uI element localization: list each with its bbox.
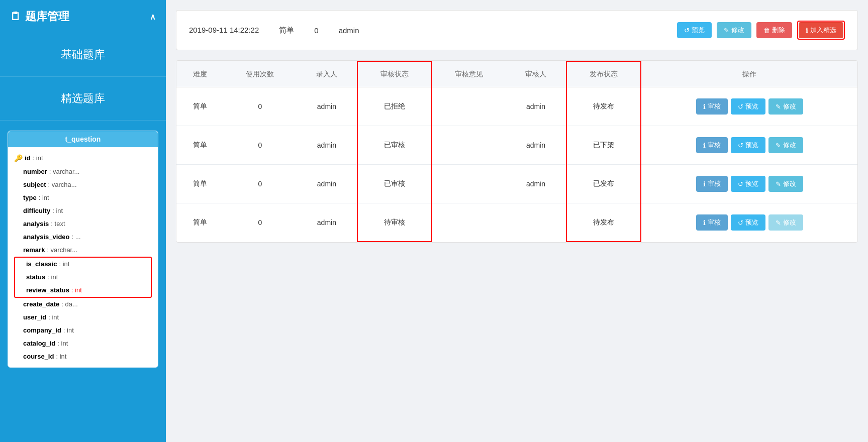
row2-preview-button[interactable]: ↺ 预览 xyxy=(731,137,765,153)
sidebar-basic-label: 基础题库 xyxy=(61,48,105,61)
sidebar-selected-label: 精选题库 xyxy=(61,92,105,104)
main-content: 2019-09-11 14:22:22 简单 0 admin ↺ 预览 ✎ 修改… xyxy=(166,0,868,442)
data-table: 难度 使用次数 录入人 审核状态 审核意见 审核人 发布状态 操作 简单 0 a… xyxy=(176,61,857,242)
row4-actions-group: ℹ 审核 ↺ 预览 ✎ 修改 xyxy=(647,214,851,231)
row2-review-comment xyxy=(432,126,506,165)
db-field-course-id: course_id : int xyxy=(14,350,152,363)
row3-actions: ℹ 审核 ↺ 预览 ✎ 修改 xyxy=(641,165,857,203)
col-user: 录入人 xyxy=(297,61,357,87)
row1-modify-button[interactable]: ✎ 修改 xyxy=(768,98,803,115)
add-select-wrapper: ℹ 加入精选 xyxy=(797,21,845,40)
row4-modify-button[interactable]: ✎ 修改 xyxy=(768,214,803,231)
row3-preview-button[interactable]: ↺ 预览 xyxy=(731,176,765,192)
row1-review-status: 已拒绝 xyxy=(357,87,432,126)
row4-count: 0 xyxy=(224,203,297,242)
col-publish-status: 发布状态 xyxy=(566,61,641,87)
db-field-difficulty: difficulty : int xyxy=(14,204,152,217)
table-row: 简单 0 admin 待审核 待发布 ℹ 审核 xyxy=(176,203,857,242)
row2-reviewer: admin xyxy=(506,126,566,165)
db-field-analysis-video: analysis_video : ... xyxy=(14,231,152,244)
row4-review-comment xyxy=(432,203,506,242)
row3-user: admin xyxy=(297,165,357,203)
top-card-count: 0 xyxy=(314,26,318,35)
top-add-select-button[interactable]: ℹ 加入精选 xyxy=(799,22,843,38)
top-card-date: 2019-09-11 14:22:22 xyxy=(189,25,259,36)
row4-actions: ℹ 审核 ↺ 预览 ✎ 修改 xyxy=(641,203,857,242)
db-field-remark: remark : varchar... xyxy=(14,244,152,257)
top-preview-label: 预览 xyxy=(692,26,705,35)
top-modify-button[interactable]: ✎ 修改 xyxy=(717,22,751,38)
db-field-type: type : int xyxy=(14,191,152,204)
row4-audit-button[interactable]: ℹ 审核 xyxy=(696,214,728,231)
top-add-label: 加入精选 xyxy=(810,26,836,35)
refresh-icon: ↺ xyxy=(738,142,743,149)
db-field-number: number : varchar... xyxy=(14,165,152,178)
db-field-user-id: user_id : int xyxy=(14,311,152,324)
edit-icon: ✎ xyxy=(776,180,781,188)
row1-user: admin xyxy=(297,87,357,126)
top-card-difficulty: 简单 xyxy=(279,26,294,35)
db-fields: 🔑 id : int number : varchar... subject :… xyxy=(8,147,158,367)
db-field-status: status : int xyxy=(17,271,149,284)
row1-count: 0 xyxy=(224,87,297,126)
top-card-actions: ↺ 预览 ✎ 修改 🗑 删除 ℹ 加入精选 xyxy=(677,21,845,40)
sidebar-header: 🗒 题库管理 ∧ xyxy=(0,0,166,33)
sidebar-edit-icon: 🗒 xyxy=(10,10,21,23)
row3-publish-status: 已发布 xyxy=(566,165,641,203)
row3-review-comment xyxy=(432,165,506,203)
info-icon: ℹ xyxy=(703,142,706,149)
row1-reviewer: admin xyxy=(506,87,566,126)
db-field-id: 🔑 id : int xyxy=(14,151,152,165)
edit-icon: ✎ xyxy=(776,103,781,111)
row2-count: 0 xyxy=(224,126,297,165)
sidebar-chevron-icon: ∧ xyxy=(150,12,156,22)
row3-count: 0 xyxy=(224,165,297,203)
edit-icon: ✎ xyxy=(776,142,781,149)
top-modify-label: 修改 xyxy=(731,26,744,35)
row3-difficulty: 简单 xyxy=(176,165,224,203)
sidebar: 🗒 题库管理 ∧ 基础题库 精选题库 t_question 🔑 id : int… xyxy=(0,0,166,442)
row3-reviewer: admin xyxy=(506,165,566,203)
sidebar-title: 题库管理 xyxy=(25,9,150,24)
row3-review-status: 已审核 xyxy=(357,165,432,203)
col-review-status: 审核状态 xyxy=(357,61,432,87)
row1-actions: ℹ 审核 ↺ 预览 ✎ 修改 xyxy=(641,87,857,126)
edit-icon: ✎ xyxy=(776,219,781,227)
db-field-is-classic: is_classic : int xyxy=(17,258,149,271)
info-icon: ℹ xyxy=(703,219,706,227)
row4-difficulty: 简单 xyxy=(176,203,224,242)
top-delete-label: 删除 xyxy=(772,26,785,35)
row3-audit-button[interactable]: ℹ 审核 xyxy=(696,176,728,192)
row4-preview-button[interactable]: ↺ 预览 xyxy=(731,214,765,231)
table-row: 简单 0 admin 已拒绝 admin 待发布 ℹ 审核 xyxy=(176,87,857,126)
table-row: 简单 0 admin 已审核 admin 已下架 ℹ 审核 xyxy=(176,126,857,165)
row1-difficulty: 简单 xyxy=(176,87,224,126)
info-icon: ℹ xyxy=(703,180,706,188)
row4-review-status: 待审核 xyxy=(357,203,432,242)
row1-preview-button[interactable]: ↺ 预览 xyxy=(731,98,765,115)
db-field-company-id: company_id : int xyxy=(14,324,152,337)
table-row: 简单 0 admin 已审核 admin 已发布 ℹ 审核 xyxy=(176,165,857,203)
row4-publish-status: 待发布 xyxy=(566,203,641,242)
row2-actions: ℹ 审核 ↺ 预览 ✎ 修改 xyxy=(641,126,857,165)
data-table-wrapper: 难度 使用次数 录入人 审核状态 审核意见 审核人 发布状态 操作 简单 0 a… xyxy=(176,60,858,243)
sidebar-item-basic[interactable]: 基础题库 xyxy=(0,33,166,77)
refresh-icon: ↺ xyxy=(738,219,743,227)
row2-audit-button[interactable]: ℹ 审核 xyxy=(696,137,728,153)
info-icon: ℹ xyxy=(703,103,706,111)
db-field-subject: subject : varcha... xyxy=(14,178,152,191)
top-preview-button[interactable]: ↺ 预览 xyxy=(677,22,712,38)
db-table-name: t_question xyxy=(8,131,158,147)
sidebar-item-selected[interactable]: 精选题库 xyxy=(0,77,166,121)
row1-publish-status: 待发布 xyxy=(566,87,641,126)
top-delete-button[interactable]: 🗑 删除 xyxy=(756,22,792,38)
refresh-icon: ↺ xyxy=(684,27,690,34)
table-header-row: 难度 使用次数 录入人 审核状态 审核意见 审核人 发布状态 操作 xyxy=(176,61,857,87)
row1-audit-button[interactable]: ℹ 审核 xyxy=(696,98,728,115)
col-count: 使用次数 xyxy=(224,61,297,87)
row2-modify-button[interactable]: ✎ 修改 xyxy=(768,137,803,153)
row1-actions-group: ℹ 审核 ↺ 预览 ✎ 修改 xyxy=(647,98,851,115)
row3-modify-button[interactable]: ✎ 修改 xyxy=(768,176,803,192)
db-field-analysis: analysis : text xyxy=(14,217,152,231)
row2-actions-group: ℹ 审核 ↺ 预览 ✎ 修改 xyxy=(647,137,851,153)
